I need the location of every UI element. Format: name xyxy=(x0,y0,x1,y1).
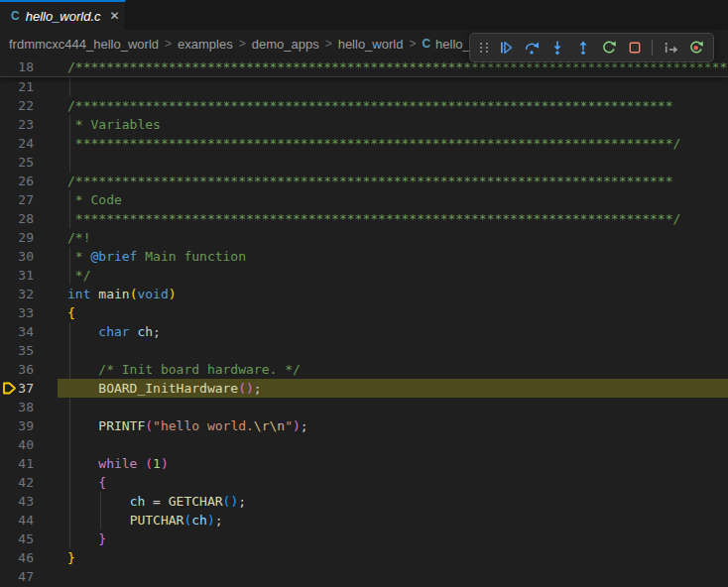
line-number[interactable]: 46 xyxy=(0,548,34,567)
code-token: /* Init board hardware. */ xyxy=(98,362,301,377)
code-line[interactable]: 23 * Variables xyxy=(0,115,728,134)
code-line[interactable]: 26/*************************************… xyxy=(0,172,728,190)
code-line[interactable]: 28 *************************************… xyxy=(0,209,728,228)
code-line[interactable]: 47 xyxy=(0,567,728,586)
line-number[interactable]: 25 xyxy=(0,153,34,172)
code-token: /***************************************… xyxy=(67,98,672,113)
line-number[interactable]: 40 xyxy=(0,435,34,454)
code-text: ****************************************… xyxy=(67,134,728,153)
line-number[interactable]: 45 xyxy=(0,529,34,548)
step-over-icon[interactable] xyxy=(519,36,544,59)
code-line[interactable]: 32int main(void) xyxy=(0,285,728,303)
reset-device-icon[interactable] xyxy=(683,36,708,59)
line-number[interactable]: 42 xyxy=(0,473,34,492)
code-line[interactable]: 21 xyxy=(0,77,728,96)
code-line[interactable]: 34 char ch; xyxy=(0,322,728,341)
instruction-step-icon[interactable] xyxy=(658,36,682,59)
line-number[interactable]: 22 xyxy=(0,96,34,115)
code-line[interactable]: 36 /* Init board hardware. */ xyxy=(0,360,728,379)
line-number[interactable]: 36 xyxy=(0,360,34,379)
code-line[interactable]: 41 while (1) xyxy=(0,454,728,473)
line-number[interactable]: 27 xyxy=(0,190,34,209)
code-text: * Code xyxy=(67,190,728,209)
code-line[interactable]: 29/*! xyxy=(0,228,728,247)
code-line[interactable]: 43 ch = GETCHAR(); xyxy=(0,492,728,511)
continue-icon[interactable] xyxy=(493,36,518,59)
code-token: 1 xyxy=(153,456,161,471)
line-number[interactable]: 41 xyxy=(0,454,34,473)
code-line[interactable]: 27 * Code xyxy=(0,190,728,209)
line-number[interactable]: 34 xyxy=(0,322,34,341)
code-line[interactable]: 38 xyxy=(0,398,728,416)
code-token: { xyxy=(67,305,75,320)
code-token: } xyxy=(67,550,75,565)
code-line[interactable]: 40 xyxy=(0,435,728,454)
step-out-icon[interactable] xyxy=(570,36,595,59)
step-into-icon[interactable] xyxy=(545,36,569,59)
c-file-icon: C xyxy=(422,37,430,51)
line-number[interactable]: 43 xyxy=(0,492,34,511)
line-number[interactable]: 23 xyxy=(0,115,34,134)
line-number[interactable]: 32 xyxy=(0,285,34,303)
line-number[interactable]: 21 xyxy=(0,77,34,96)
line-number[interactable]: 33 xyxy=(0,303,34,322)
line-number[interactable]: 18 xyxy=(0,58,34,76)
stop-icon[interactable] xyxy=(622,36,647,59)
line-number[interactable]: 44 xyxy=(0,511,34,529)
code-line[interactable]: 39 PRINTF("hello world.\r\n"); xyxy=(0,416,728,435)
breadcrumb-item[interactable]: demo_apps xyxy=(252,37,319,52)
line-number[interactable]: 26 xyxy=(0,172,34,190)
code-token: * xyxy=(67,249,90,264)
line-number[interactable]: 28 xyxy=(0,209,34,228)
code-line[interactable]: 33{ xyxy=(0,303,728,322)
code-token: { xyxy=(98,475,106,490)
tab-title: hello_world.c xyxy=(26,9,101,24)
code-token: ( xyxy=(145,456,153,471)
gripper-icon[interactable] xyxy=(475,36,492,59)
line-number[interactable]: 31 xyxy=(0,266,34,285)
breadcrumb-item[interactable]: examples xyxy=(178,37,233,52)
code-line[interactable]: 37 BOARD_InitHardware(); xyxy=(0,379,728,398)
code-line[interactable]: 44 PUTCHAR(ch); xyxy=(0,511,728,529)
code-line[interactable]: 46} xyxy=(0,548,728,567)
code-line[interactable]: 31 */ xyxy=(0,266,728,285)
code-token: ; xyxy=(238,494,246,509)
chevron-right-icon: > xyxy=(325,37,332,51)
code-text: /***************************************… xyxy=(67,96,728,115)
code-token xyxy=(67,362,98,377)
code-line[interactable]: 30 * @brief Main function xyxy=(0,247,728,266)
tab-hello-world-c[interactable]: C hello_world.c ✕ xyxy=(0,0,126,30)
code-line[interactable]: 22/*************************************… xyxy=(0,96,728,115)
line-number[interactable]: 35 xyxy=(0,341,34,360)
code-lines: 2122/***********************************… xyxy=(0,77,728,586)
code-line[interactable]: 35 xyxy=(0,341,728,360)
restart-icon[interactable] xyxy=(596,36,621,59)
line-number[interactable]: 38 xyxy=(0,398,34,416)
code-token: Main function xyxy=(137,249,246,264)
code-token: while xyxy=(98,456,137,471)
code-line[interactable]: 42 { xyxy=(0,473,728,492)
code-token xyxy=(67,456,98,471)
breadcrumb-item[interactable]: hello_world xyxy=(338,37,404,52)
breadcrumb-item[interactable]: frdmmcxc444_hello_world xyxy=(9,37,159,52)
code-token: " xyxy=(285,418,293,433)
code-text: { xyxy=(67,303,728,322)
line-number[interactable]: 29 xyxy=(0,228,34,247)
line-number[interactable]: 30 xyxy=(0,247,34,266)
code-token: @brief xyxy=(90,249,137,264)
code-token: () xyxy=(238,381,254,396)
chevron-right-icon: > xyxy=(409,37,416,51)
close-icon[interactable]: ✕ xyxy=(110,9,120,23)
code-text: BOARD_InitHardware(); xyxy=(67,379,728,398)
code-token: "hello world. xyxy=(153,418,254,433)
line-number[interactable]: 39 xyxy=(0,416,34,435)
code-token: ; xyxy=(254,381,262,396)
line-number[interactable]: 47 xyxy=(0,567,34,586)
code-line[interactable]: 45 } xyxy=(0,529,728,548)
line-number[interactable]: 24 xyxy=(0,134,34,153)
code-token: ****************************************… xyxy=(67,211,680,226)
code-line[interactable]: 24 *************************************… xyxy=(0,134,728,153)
code-token: ) xyxy=(293,418,301,433)
code-line[interactable]: 25 xyxy=(0,153,728,172)
code-editor[interactable]: 18/*************************************… xyxy=(0,58,728,587)
